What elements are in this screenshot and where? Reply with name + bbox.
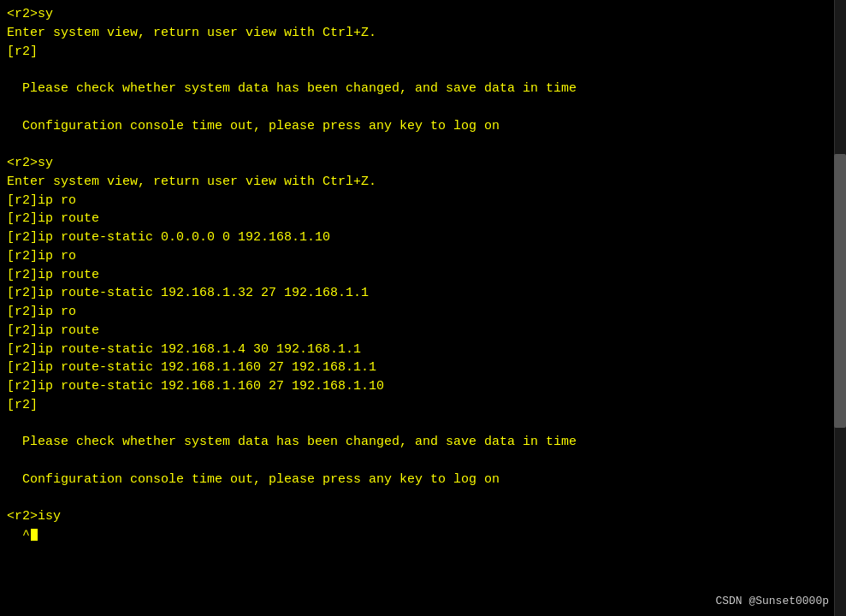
terminal-line: [r2]ip ro — [7, 303, 836, 322]
terminal-line: [r2]ip route-static 192.168.1.160 27 192… — [7, 377, 836, 396]
terminal-line: [r2]ip ro — [7, 192, 836, 210]
terminal-line — [7, 415, 836, 434]
terminal-line: [r2]ip route — [7, 322, 836, 341]
terminal-line: [r2]ip route-static 192.168.1.160 27 192… — [7, 358, 836, 377]
terminal-line — [7, 452, 836, 471]
terminal-line: Please check whether system data has bee… — [7, 80, 836, 98]
terminal-line: [r2]ip route — [7, 210, 836, 228]
terminal-line: [r2] — [7, 43, 836, 62]
terminal-line: [r2]ip route-static 192.168.1.32 27 192.… — [7, 284, 836, 303]
terminal-line — [7, 135, 836, 154]
terminal-line — [7, 489, 836, 508]
terminal-line: <r2>sy — [7, 154, 836, 173]
terminal-line: Configuration console time out, please p… — [7, 117, 836, 136]
cursor — [31, 529, 38, 541]
terminal-line: <r2>isy — [7, 507, 836, 526]
terminal-line: Enter system view, return user view with… — [7, 173, 836, 192]
terminal-line: [r2]ip route-static 0.0.0.0 0 192.168.1.… — [7, 228, 836, 247]
terminal-line: ^ — [7, 526, 836, 545]
terminal-content: <r2>syEnter system view, return user vie… — [0, 3, 843, 547]
scrollbar[interactable] — [834, 0, 846, 616]
terminal-line — [7, 61, 836, 80]
terminal-line: Configuration console time out, please p… — [7, 471, 836, 489]
terminal-line: Enter system view, return user view with… — [7, 24, 836, 43]
terminal-line — [7, 98, 836, 117]
watermark-text: CSDN @Sunset0000p — [715, 594, 829, 609]
terminal-window: <r2>syEnter system view, return user vie… — [0, 0, 846, 616]
terminal-line: Please check whether system data has bee… — [7, 433, 836, 452]
terminal-line: [r2]ip route-static 192.168.1.4 30 192.1… — [7, 341, 836, 359]
terminal-line: [r2] — [7, 396, 836, 415]
terminal-line: [r2]ip route — [7, 266, 836, 285]
terminal-line: <r2>sy — [7, 5, 836, 24]
scrollbar-thumb[interactable] — [834, 154, 846, 428]
terminal-line: [r2]ip ro — [7, 247, 836, 266]
